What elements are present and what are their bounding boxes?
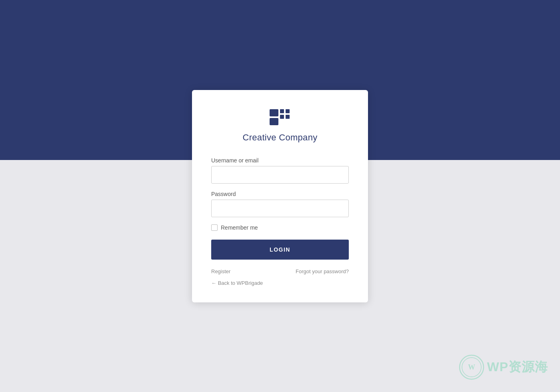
svg-text:W: W [468, 363, 475, 371]
back-text: Back to WPBrigade [218, 280, 263, 286]
watermark-text: WP资源海 [487, 358, 548, 376]
remember-label[interactable]: Remember me [221, 224, 258, 231]
remember-row: Remember me [211, 224, 349, 231]
remember-checkbox[interactable] [211, 224, 218, 231]
password-label: Password [211, 191, 349, 197]
username-input[interactable] [211, 166, 349, 184]
links-row: Register Forgot your password? [211, 268, 349, 274]
logo-icon [270, 109, 290, 127]
svg-rect-4 [286, 109, 290, 113]
watermark: W WP资源海 [459, 354, 548, 380]
svg-rect-3 [280, 115, 284, 119]
password-group: Password [211, 191, 349, 217]
login-button[interactable]: LOGIN [211, 240, 349, 260]
back-arrow: ← [211, 280, 216, 286]
password-input[interactable] [211, 200, 349, 217]
svg-rect-5 [286, 115, 290, 119]
wp-logo-icon: W [459, 354, 484, 380]
site-title: Creative Company [243, 132, 318, 143]
username-label: Username or email [211, 157, 349, 164]
svg-rect-0 [270, 109, 278, 116]
username-group: Username or email [211, 157, 349, 184]
logo-area: Creative Company [211, 109, 349, 143]
page-wrapper: Creative Company Username or email Passw… [0, 0, 560, 392]
login-card: Creative Company Username or email Passw… [192, 90, 368, 302]
svg-rect-1 [270, 118, 278, 125]
register-link[interactable]: Register [211, 268, 230, 274]
svg-rect-2 [280, 109, 284, 113]
forgot-password-link[interactable]: Forgot your password? [296, 268, 349, 274]
brand-logo-svg [270, 109, 290, 125]
back-to-site-link[interactable]: ← Back to WPBrigade [211, 280, 263, 286]
back-link-row: ← Back to WPBrigade [211, 279, 349, 286]
